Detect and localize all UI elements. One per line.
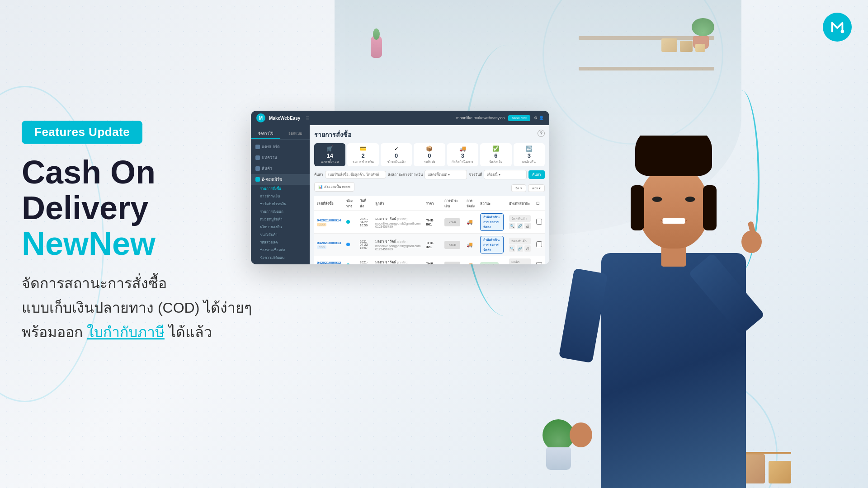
- link-action-icon-2[interactable]: 🔗: [517, 245, 523, 252]
- payment-icon: 💳: [351, 145, 375, 152]
- cart-icon: 🛒: [318, 145, 342, 152]
- hamburger-icon: ≡: [306, 114, 309, 122]
- order-id-3: 042021000012: [317, 261, 341, 264]
- customer-email-1: moonlike.pangpond@gmail.com: [375, 222, 420, 225]
- shipping-icon-3: 🚚: [467, 263, 473, 264]
- features-badge: Features Update: [22, 121, 142, 144]
- shelf-box-2: [680, 41, 693, 52]
- col-price: ราคา: [423, 196, 442, 211]
- status-pending-label: รอการชำระเงิน: [351, 159, 375, 164]
- ecommerce-icon: [255, 177, 260, 182]
- sidebar-item-ecommerce[interactable]: อี-คอมเมิร์ซ: [251, 174, 310, 185]
- person-image: [533, 136, 787, 488]
- cod-tag-1: COD: [317, 223, 326, 226]
- shelf-box-1: [661, 38, 677, 52]
- search-action-icon[interactable]: 🔍: [509, 223, 515, 229]
- update-status-2[interactable]: จัดส่งสินค้า: [509, 238, 531, 244]
- search-action-icon-2[interactable]: 🔍: [509, 245, 515, 252]
- update-status-1[interactable]: จัดส่งสินค้า: [509, 215, 531, 222]
- payment-logo-3: KBNK: [444, 262, 460, 265]
- status-card-shipped[interactable]: ✅ 6 จัดส่งแล้ว: [480, 143, 511, 166]
- subtitle-link: ใบกำกับภาษี: [87, 324, 165, 341]
- status-pending-num: 2: [351, 152, 375, 159]
- export-label: ส่งออกเป็น excel: [324, 184, 350, 190]
- panel-logo-letter: M: [259, 116, 263, 121]
- sidebar-sub-chat[interactable]: ข้อความโต้ตอบ: [251, 254, 310, 262]
- order-status-3: จัดส่งแล้ว: [480, 262, 499, 264]
- title-highlight-new: New: [89, 226, 156, 262]
- order-status-2: กำลังดำเนินการ รอการจัดส่ง: [480, 236, 503, 253]
- view-site-button[interactable]: View Site: [508, 115, 530, 121]
- action-icons-2: 🔍 🔗 🖨: [509, 245, 531, 252]
- sidebar-tab-manage[interactable]: จัดการใช้: [251, 129, 280, 139]
- sidebar-sub-policy[interactable]: นโยบายส่งคืน: [251, 223, 310, 231]
- title-main: Cash On Delivery: [22, 154, 156, 226]
- orders-table: เลขที่สั่งซื้อ ช่องทาง วันที่สั่ง ลูกค้า…: [314, 196, 545, 264]
- filters-row: ค้นหา ส่งสถานะการชำระเงิน แสดงทั้งหมด ▾ …: [314, 170, 545, 179]
- status-card-waiting[interactable]: 📦 0 รอจัดส่ง: [414, 143, 445, 166]
- sidebar-sub-shipping[interactable]: ขนส่งสินค้า: [251, 231, 310, 239]
- export-excel-button[interactable]: 📊 ส่งออกเป็น excel: [314, 182, 354, 192]
- order-time-1: 16:56: [360, 224, 370, 227]
- sidebar-item-dashboard[interactable]: แดชบอร์ด: [251, 141, 310, 152]
- person-hair: [635, 136, 712, 176]
- date-filter-select[interactable]: เดือนนี้ ▾: [484, 170, 527, 179]
- subtitle-pre: พร้อมออก: [22, 324, 83, 341]
- filter-label-date: ช่วงวันที่: [469, 172, 482, 178]
- sidebar-item-article[interactable]: บทความ: [251, 152, 310, 163]
- subtitle-line3: พร้อมออก ใบกำกับภาษี ได้แล้ว: [22, 320, 284, 345]
- dashboard-icon: [255, 145, 260, 149]
- sidebar-tab-group: จัดการใช้ ออกแบบ: [251, 129, 310, 140]
- status-all-num: 14: [318, 152, 342, 159]
- sidebar-sub-chart[interactable]: ชาร์ตรับชำระเงิน: [251, 200, 310, 208]
- order-id-1: 042021000014: [317, 218, 341, 222]
- col-customer: ลูกค้า: [373, 196, 423, 211]
- sidebar-sub-orders[interactable]: รายการสั่งซื้อ: [251, 185, 310, 192]
- page-title-text: รายการสั่งซื้อ: [314, 130, 351, 140]
- payment-logo-1: KBNK: [444, 218, 460, 226]
- update-status-3[interactable]: ยกเลิก: [509, 258, 531, 264]
- customer-phone-2: 0123456789: [375, 248, 420, 251]
- status-card-verify[interactable]: ✓ 0 ชำระเงินแล้ว: [381, 143, 412, 166]
- sidebar-item-product[interactable]: สินค้า: [251, 163, 310, 174]
- panel-sidebar: จัดการใช้ ออกแบบ แดชบอร์ด บทความ สินค้า …: [251, 125, 310, 264]
- table-actions-row: 📊 ส่งออกเป็น excel จัด ▾ คอล ▾: [314, 182, 545, 194]
- status-cards-row: 🛒 14 แสดงทั้งหมด 💳 2 รอการชำระเงิน ✓ 0 ช…: [314, 143, 545, 166]
- shelf-plank-2: [579, 67, 714, 70]
- person-head: [639, 165, 709, 249]
- product-icon: [255, 166, 260, 171]
- sidebar-sub-payment[interactable]: การชำระเงิน: [251, 192, 310, 200]
- sidebar-sub-coupon[interactable]: รหัสส่วนลด: [251, 239, 310, 246]
- payment-filter-select[interactable]: แสดงทั้งหมด ▾: [425, 170, 467, 179]
- status-waiting-num: 0: [417, 152, 441, 159]
- customer-name-3: มลดา จารัตน์ [สมาชิก]: [375, 259, 420, 264]
- status-card-all[interactable]: 🛒 14 แสดงทั้งหมด: [314, 143, 345, 166]
- hero-content: Features Update Cash On Delivery NewNew …: [22, 121, 284, 345]
- link-action-icon[interactable]: 🔗: [517, 223, 523, 229]
- sort-button[interactable]: จัด ▾: [511, 184, 526, 192]
- col-shipping: การจัดส่ง: [464, 196, 477, 211]
- order-amount-3: THB 11,770: [426, 262, 437, 265]
- person-teeth: [662, 218, 685, 224]
- status-card-processing[interactable]: 🚚 3 กำลังดำเนินการ: [447, 143, 478, 166]
- box-icon: 📦: [417, 145, 441, 152]
- channel-dot-2: [346, 243, 350, 246]
- order-amount-1: THB 861: [426, 218, 433, 226]
- title-highlight: New: [22, 226, 89, 262]
- subtitle-line1: จัดการสถานะการสั่งซื้อ: [22, 271, 284, 296]
- print-action-icon-2[interactable]: 🖨: [524, 245, 531, 252]
- person-hand-right: [741, 230, 762, 253]
- panel-main-content: รายการสั่งซื้อ ? 🛒 14 แสดงทั้งหมด 💳 2 รอ…: [310, 125, 549, 264]
- sidebar-section-store: ข้อมูลร้านค้า: [251, 262, 310, 264]
- sidebar-dashboard-label: แดชบอร์ด: [262, 144, 280, 150]
- search-input[interactable]: [325, 171, 386, 178]
- sidebar-sub-export[interactable]: รายการส่งออก: [251, 208, 310, 216]
- status-card-pending[interactable]: 💳 2 รอการชำระเงิน: [347, 143, 378, 166]
- sidebar-sub-category[interactable]: หมวดหมู่สินค้า: [251, 216, 310, 223]
- panel-header: M MakeWebEasy ≡ moonlike.makewebeasy.co …: [251, 111, 549, 125]
- print-action-icon[interactable]: 🖨: [524, 223, 531, 229]
- order-time-2: 16:57: [360, 246, 370, 249]
- filter-label-search: ค้นหา: [314, 172, 323, 178]
- sidebar-tab-design[interactable]: ออกแบบ: [280, 129, 310, 139]
- sidebar-sub-connect[interactable]: ช่องทางเชื่อมต่อ: [251, 246, 310, 254]
